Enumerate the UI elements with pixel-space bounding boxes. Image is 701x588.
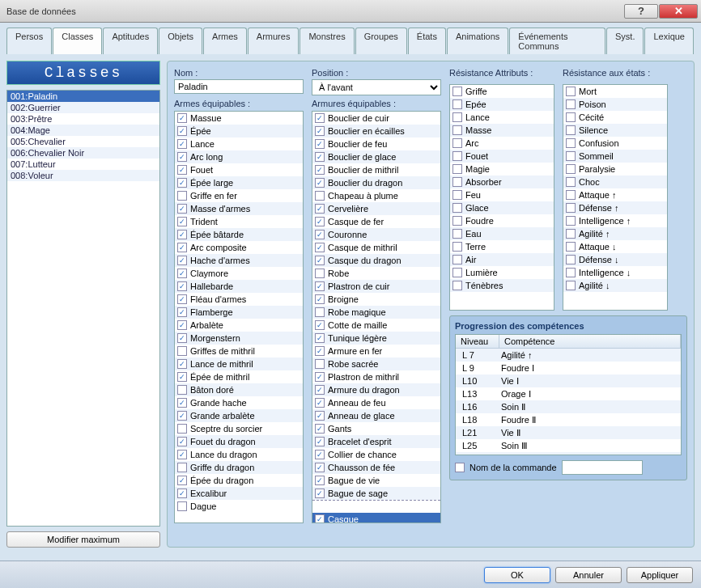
check-row[interactable]: Agilité ↑ (563, 227, 667, 240)
check-row[interactable]: ✓Plastron de cuir (312, 280, 440, 293)
check-row[interactable]: Intelligence ↑ (563, 214, 667, 227)
checkbox[interactable]: ✓ (315, 424, 325, 434)
checkbox[interactable] (452, 242, 462, 252)
check-row[interactable]: ✓Bracelet d'esprit (312, 435, 440, 448)
check-row[interactable]: ✓Claymore (175, 267, 303, 280)
check-row[interactable]: ✓Cervelière (312, 202, 440, 215)
check-row[interactable]: Confusion (563, 137, 667, 150)
checkbox[interactable]: ✓ (177, 294, 187, 304)
check-row[interactable]: ✓Lance de mithril (175, 357, 303, 370)
position-select[interactable]: À l'avant (312, 79, 441, 95)
checkbox[interactable]: ✓ (177, 152, 187, 162)
checkbox[interactable]: ✓ (315, 281, 325, 291)
checkbox[interactable]: ✓ (177, 113, 187, 123)
check-row[interactable]: ✓Massue (175, 112, 303, 125)
check-row[interactable]: ✓Arbalète (175, 319, 303, 332)
class-list-item[interactable]: 001:Paladin (7, 91, 159, 102)
checkbox[interactable]: ✓ (315, 450, 325, 459)
checkbox[interactable]: ✓ (177, 243, 187, 252)
checkbox[interactable]: ✓ (177, 256, 187, 265)
checkbox[interactable]: ✓ (177, 437, 187, 446)
check-row[interactable]: ✓Tunique légère (312, 332, 440, 345)
check-row[interactable]: ✓Anneau de feu (312, 396, 440, 409)
checkbox[interactable] (452, 281, 462, 290)
check-row[interactable]: ✓Trident (175, 215, 303, 228)
checkbox[interactable]: ✓ (315, 113, 325, 123)
command-input[interactable] (562, 460, 643, 475)
checkbox[interactable]: ✓ (177, 398, 187, 408)
checkbox[interactable] (566, 268, 576, 277)
tab-persos[interactable]: Persos (6, 27, 52, 54)
check-row[interactable]: Sommeil (563, 150, 667, 163)
class-list[interactable]: 001:Paladin002:Guerrier003:Prêtre004:Mag… (6, 90, 160, 527)
check-row[interactable]: ✓Bouclier du dragon (312, 176, 440, 189)
tab-armures[interactable]: Armures (248, 27, 300, 54)
checkbox[interactable]: ✓ (315, 372, 325, 382)
skills-table[interactable]: Niveau Compétence L 7Agilité ↑L 9Foudre … (455, 334, 682, 455)
checkbox[interactable]: ✓ (177, 178, 187, 188)
check-row[interactable]: Attaque ↑ (563, 188, 667, 201)
checkbox[interactable]: ✓ (315, 126, 325, 136)
check-row[interactable]: Robe magique (312, 306, 440, 319)
checkbox[interactable]: ✓ (315, 320, 325, 330)
checkbox[interactable] (566, 99, 576, 109)
checkbox[interactable]: ✓ (315, 514, 325, 523)
check-row[interactable]: ✓Lance du dragon (175, 448, 303, 461)
close-button[interactable]: ✕ (659, 4, 698, 19)
check-row[interactable]: ✓Épée (175, 125, 303, 137)
check-row[interactable]: ✓Cotte de maille (312, 319, 440, 332)
checkbox[interactable]: ✓ (177, 476, 187, 485)
check-row[interactable]: ✓Armure du dragon (312, 383, 440, 396)
checkbox[interactable] (452, 99, 462, 109)
tab-groupes[interactable]: Groupes (355, 27, 407, 54)
class-list-item[interactable]: 007:Lutteur (7, 159, 159, 170)
checkbox[interactable]: ✓ (177, 320, 187, 330)
check-row[interactable]: ✓Bague de sage (312, 487, 440, 500)
check-row[interactable]: Arc (450, 137, 554, 150)
resist-state-list[interactable]: MortPoisonCécitéSilenceConfusionSommeilP… (563, 84, 668, 311)
checkbox[interactable]: ✓ (315, 139, 325, 149)
checkbox[interactable] (566, 229, 576, 239)
checkbox[interactable] (452, 138, 462, 148)
tab-lexique[interactable]: Lexique (644, 27, 694, 54)
checkbox[interactable]: ✓ (177, 281, 187, 291)
skill-row[interactable]: L16Soin Ⅱ (456, 400, 681, 413)
checkbox[interactable] (566, 255, 576, 264)
check-row[interactable]: ✓Épée du dragon (175, 474, 303, 487)
check-row[interactable]: Ténèbres (450, 279, 554, 292)
skill-row[interactable]: L10Vie Ⅰ (456, 374, 681, 387)
check-row[interactable]: Robe sacrée (312, 357, 440, 370)
checkbox[interactable] (452, 216, 462, 226)
tab-animations[interactable]: Animations (447, 27, 508, 54)
checkbox[interactable] (566, 177, 576, 187)
checkbox[interactable] (177, 424, 187, 434)
checkbox[interactable] (452, 190, 462, 200)
checkbox[interactable]: ✓ (315, 476, 325, 485)
checkbox[interactable] (177, 191, 187, 201)
checkbox[interactable] (177, 346, 187, 356)
checkbox[interactable] (452, 112, 462, 122)
name-input[interactable] (174, 79, 304, 94)
check-row[interactable]: Lance (450, 111, 554, 124)
checkbox[interactable]: ✓ (177, 372, 187, 382)
weapons-list[interactable]: ✓Massue✓Épée✓Lance✓Arc long✓Fouet✓Épée l… (174, 111, 304, 523)
checkbox[interactable]: ✓ (177, 269, 187, 278)
check-row[interactable]: Griffes de mithril (175, 345, 303, 357)
check-row[interactable]: Défense ↓ (563, 253, 667, 266)
checkbox[interactable] (452, 177, 462, 187)
checkbox[interactable]: ✓ (315, 294, 325, 304)
checkbox[interactable] (315, 191, 325, 201)
check-row[interactable]: Foudre (450, 214, 554, 227)
tab-classes[interactable]: Classes (53, 27, 102, 54)
check-row[interactable]: Lumière (450, 266, 554, 279)
checkbox[interactable]: ✓ (177, 126, 187, 136)
checkbox[interactable] (566, 281, 576, 290)
check-row[interactable]: Glace (450, 201, 554, 214)
check-row[interactable]: ✓Grande hache (175, 396, 303, 409)
check-row[interactable]: Défense ↑ (563, 201, 667, 214)
checkbox[interactable] (566, 87, 576, 96)
checkbox[interactable]: ✓ (177, 450, 187, 459)
checkbox[interactable]: ✓ (177, 359, 187, 369)
check-row[interactable]: Cécité (563, 111, 667, 124)
tab-objets[interactable]: Objets (159, 27, 202, 54)
